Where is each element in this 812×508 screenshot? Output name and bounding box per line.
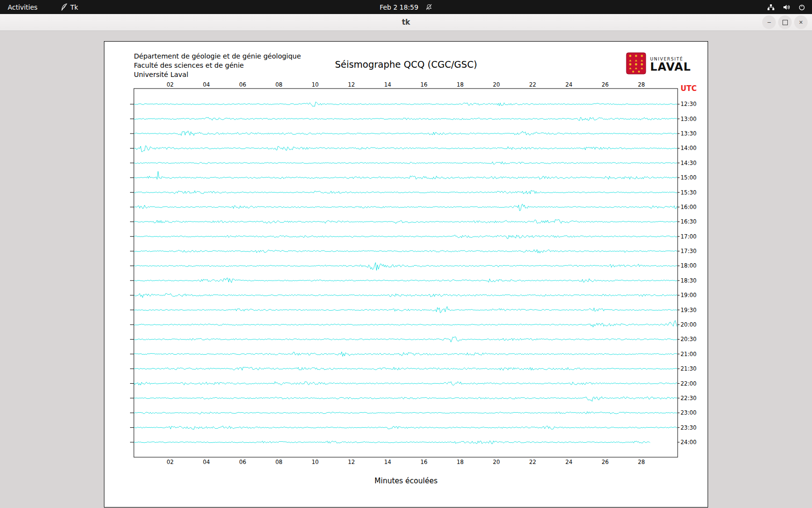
utc-time-label: 24:00 (681, 439, 696, 446)
x-tick-label-top: 04 (203, 81, 210, 88)
x-tick-label-top: 18 (457, 81, 464, 88)
utc-time-label: 15:00 (681, 174, 696, 181)
x-tick-label-bottom: 20 (493, 459, 500, 465)
seismogram-trace (134, 307, 677, 313)
x-tick-label-bottom: 22 (529, 459, 536, 465)
x-tick-label-top: 20 (493, 81, 500, 88)
seismogram-trace (134, 412, 677, 414)
x-tick-label-bottom: 28 (638, 459, 645, 465)
x-tick-label-bottom: 18 (457, 459, 464, 465)
seismogram-trace (134, 367, 677, 371)
seismogram-trace (134, 102, 677, 107)
x-tick-label-bottom: 10 (312, 459, 319, 465)
maximize-button[interactable] (778, 15, 792, 29)
utc-time-label: 17:30 (681, 248, 696, 254)
window-title: tk (402, 18, 410, 27)
tk-feather-icon (61, 3, 67, 11)
power-icon (798, 4, 805, 11)
x-tick-label-bottom: 26 (602, 459, 609, 465)
utc-time-label: 19:30 (681, 307, 696, 314)
utc-time-label: 12:30 (681, 101, 696, 107)
seismogram-trace (134, 190, 677, 194)
utc-time-label: 13:00 (681, 116, 696, 122)
focused-app-menu[interactable]: Tk (56, 0, 83, 14)
x-tick-label-top: 16 (420, 81, 428, 88)
activities-button[interactable]: Activities (0, 0, 45, 14)
laval-shield-icon (626, 52, 646, 76)
notifications-disabled-icon (426, 4, 432, 10)
seismogram-trace (134, 441, 650, 444)
x-tick-label-bottom: 16 (420, 459, 428, 465)
helicorder-plot: 0202040406060808101012121414161618182020… (104, 42, 708, 507)
utc-time-label: 22:00 (681, 380, 696, 387)
clock[interactable]: Feb 2 18:59 (380, 3, 419, 11)
x-tick-label-bottom: 24 (566, 459, 573, 465)
seismogram-trace (134, 263, 677, 270)
x-tick-label-top: 12 (348, 81, 355, 88)
x-tick-label-top: 14 (384, 81, 392, 88)
seismograph-canvas: 0202040406060808101012121414161618182020… (104, 41, 708, 508)
utc-time-label: 18:30 (681, 277, 696, 284)
utc-time-label: 14:30 (681, 160, 696, 166)
seismogram-trace (134, 146, 677, 152)
system-tray[interactable] (767, 0, 805, 14)
seismogram-trace (134, 397, 677, 402)
close-button[interactable]: × (794, 15, 808, 29)
utc-time-label: 17:00 (681, 233, 696, 240)
seismogram-trace (134, 131, 677, 136)
seismogram-trace (134, 337, 677, 342)
utc-time-label: 20:00 (681, 321, 696, 328)
utc-time-label: 23:30 (681, 424, 696, 431)
x-tick-label-top: 24 (566, 81, 573, 88)
network-icon (767, 4, 775, 11)
x-tick-label-bottom: 08 (276, 459, 283, 465)
universite-laval-logo: UNIVERSITÉ LAVAL (626, 52, 691, 76)
x-tick-label-bottom: 04 (203, 459, 210, 465)
utc-time-label: 13:30 (681, 130, 696, 137)
utc-time-label: 14:00 (681, 145, 696, 151)
seismogram-trace (134, 320, 677, 327)
utc-time-label: 21:30 (681, 365, 696, 372)
volume-icon (783, 4, 790, 11)
x-axis-title: Minutes écoulées (104, 477, 708, 485)
focused-app-name: Tk (71, 3, 78, 11)
seismogram-trace (134, 204, 677, 211)
seismogram-trace (134, 235, 677, 239)
utc-axis-label: UTC (681, 84, 696, 93)
seismogram-trace (134, 278, 677, 283)
plot-border (134, 89, 678, 457)
utc-time-label: 15:30 (681, 189, 696, 196)
gnome-top-bar: Activities Tk Feb 2 18:59 (0, 0, 812, 14)
seismogram-trace (134, 352, 677, 357)
utc-time-label: 23:00 (681, 409, 696, 416)
close-icon: × (799, 19, 803, 26)
institution-line: Université Laval (134, 70, 301, 79)
seismogram-trace (134, 382, 677, 386)
utc-time-label: 16:00 (681, 204, 696, 210)
x-tick-label-top: 06 (239, 81, 246, 88)
x-tick-label-bottom: 02 (167, 459, 174, 465)
seismogram-trace (134, 426, 677, 430)
x-tick-label-top: 28 (638, 81, 645, 88)
utc-time-label: 16:30 (681, 218, 696, 225)
x-tick-label-bottom: 12 (348, 459, 355, 465)
seismogram-trace (134, 294, 677, 298)
minimize-icon: − (767, 19, 771, 26)
x-tick-label-top: 22 (529, 81, 536, 88)
seismogram-trace (134, 171, 677, 179)
maximize-icon (783, 20, 788, 25)
x-tick-label-bottom: 06 (239, 459, 246, 465)
x-tick-label-top: 26 (602, 81, 609, 88)
utc-time-label: 20:30 (681, 336, 696, 343)
x-tick-label-top: 08 (276, 81, 283, 88)
utc-time-label: 18:00 (681, 262, 696, 269)
seismogram-trace (134, 250, 677, 253)
minimize-button[interactable]: − (762, 15, 776, 29)
logo-text-laval: LAVAL (650, 61, 691, 72)
x-tick-label-bottom: 14 (384, 459, 392, 465)
window-titlebar[interactable]: tk − × (0, 14, 812, 31)
seismogram-trace (134, 220, 677, 224)
utc-time-label: 21:00 (681, 351, 696, 358)
utc-time-label: 19:00 (681, 292, 696, 299)
x-tick-label-top: 02 (167, 81, 174, 88)
